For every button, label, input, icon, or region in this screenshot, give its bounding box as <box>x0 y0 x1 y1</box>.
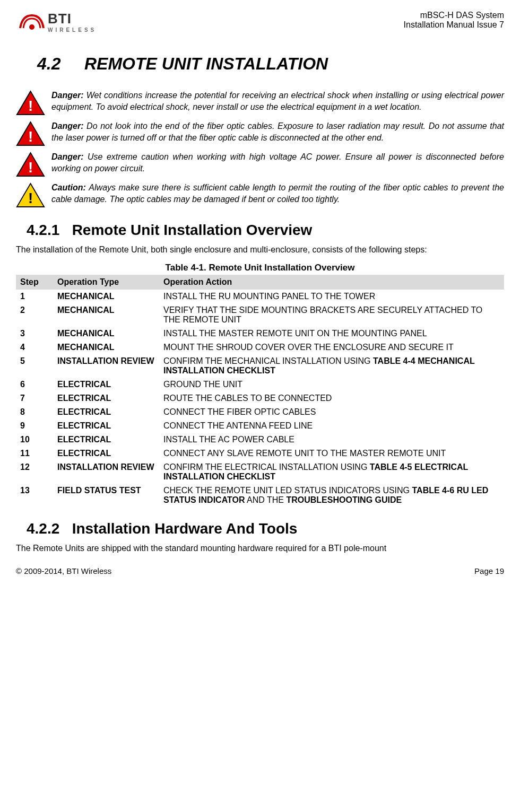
table-cell-action-part: CHECK THE REMOTE UNIT LED STATUS INDICAT… <box>163 486 412 495</box>
warning-row: ! Danger: Do not look into the end of th… <box>16 120 504 147</box>
svg-text:!: ! <box>28 98 33 114</box>
subsection-title-text: Installation Hardware And Tools <box>72 520 298 537</box>
warning-text: Caution: Always make sure there is suffi… <box>51 182 504 205</box>
warnings-list: ! Danger: Wet conditions increase the po… <box>16 90 504 208</box>
table-row: 12INSTALLATION REVIEWCONFIRM THE ELECTRI… <box>16 460 504 484</box>
table-cell-step: 6 <box>16 378 53 391</box>
table-cell-step: 3 <box>16 327 53 340</box>
table-cell-action-part: CONFIRM THE MECHANICAL INSTALLATION USIN… <box>163 356 373 365</box>
table-cell-type: MECHANICAL <box>53 340 159 354</box>
table-row: 7ELECTRICALROUTE THE CABLES TO BE CONNEC… <box>16 391 504 405</box>
table-cell-step: 1 <box>16 290 53 303</box>
warning-label: Caution: <box>51 183 89 192</box>
warning-label: Danger: <box>51 91 86 100</box>
page-footer: © 2009-2014, BTI Wireless Page 19 <box>16 566 504 575</box>
table-cell-step: 12 <box>16 460 53 484</box>
table-cell-type: INSTALLATION REVIEW <box>53 354 159 378</box>
table-cell-type: ELECTRICAL <box>53 419 159 433</box>
table-cell-type: MECHANICAL <box>53 327 159 340</box>
table-cell-step: 9 <box>16 419 53 433</box>
installation-overview-table: Step Operation Type Operation Action 1ME… <box>16 275 504 507</box>
table-cell-type: ELECTRICAL <box>53 391 159 405</box>
table-cell-step: 13 <box>16 484 53 507</box>
warning-text: Danger: Use extreme caution when working… <box>51 151 504 174</box>
table-cell-action: INSTALL THE RU MOUNTING PANEL TO THE TOW… <box>159 290 504 303</box>
caution-icon: ! <box>16 182 45 208</box>
table-cell-action-part: GROUND THE UNIT <box>163 380 242 389</box>
subsection-title: 4.2.2 Installation Hardware And Tools <box>27 520 504 537</box>
table-header-row: Step Operation Type Operation Action <box>16 275 504 290</box>
table-cell-step: 4 <box>16 340 53 354</box>
table-cell-type: ELECTRICAL <box>53 378 159 391</box>
table-cell-action: ROUTE THE CABLES TO BE CONNECTED <box>159 391 504 405</box>
header-line-2: Installation Manual Issue 7 <box>404 20 504 30</box>
table-cell-type: MECHANICAL <box>53 290 159 303</box>
warning-row: ! Danger: Wet conditions increase the po… <box>16 90 504 116</box>
subsection-intro: The Remote Units are shipped with the st… <box>16 544 504 553</box>
table-cell-action-part: ROUTE THE CABLES TO BE CONNECTED <box>163 394 332 403</box>
table-cell-action: CONFIRM THE MECHANICAL INSTALLATION USIN… <box>159 354 504 378</box>
danger-icon: ! <box>16 90 45 116</box>
table-cell-step: 7 <box>16 391 53 405</box>
table-cell-type: ELECTRICAL <box>53 405 159 419</box>
danger-icon: ! <box>16 120 45 147</box>
table-cell-type: INSTALLATION REVIEW <box>53 460 159 484</box>
warning-row: ! Danger: Use extreme caution when worki… <box>16 151 504 178</box>
table-cell-action: VERIFY THAT THE SIDE MOUNTING BRACKETS A… <box>159 303 504 327</box>
table-cell-action-part: CONNECT THE FIBER OPTIC CABLES <box>163 407 316 416</box>
table-row: 4MECHANICALMOUNT THE SHROUD COVER OVER T… <box>16 340 504 354</box>
warning-body: Wet conditions increase the potential fo… <box>51 91 504 111</box>
table-cell-action-part: INSTALL THE MASTER REMOTE UNIT ON THE MO… <box>163 329 427 338</box>
table-caption: Table 4-1. Remote Unit Installation Over… <box>16 263 504 273</box>
table-cell-step: 10 <box>16 433 53 447</box>
header-line-1: mBSC-H DAS System <box>404 11 504 20</box>
subsection-title: 4.2.1 Remote Unit Installation Overview <box>27 222 504 239</box>
table-cell-action: INSTALL THE AC POWER CABLE <box>159 433 504 447</box>
table-row: 13FIELD STATUS TESTCHECK THE REMOTE UNIT… <box>16 484 504 507</box>
table-header-action: Operation Action <box>159 275 504 290</box>
footer-copyright: © 2009-2014, BTI Wireless <box>16 566 111 575</box>
table-row: 6ELECTRICALGROUND THE UNIT <box>16 378 504 391</box>
table-header-step: Step <box>16 275 53 290</box>
svg-text:!: ! <box>28 159 33 176</box>
table-cell-action-part: CONNECT ANY SLAVE REMOTE UNIT TO THE MAS… <box>163 449 446 458</box>
table-cell-step: 2 <box>16 303 53 327</box>
table-row: 10ELECTRICALINSTALL THE AC POWER CABLE <box>16 433 504 447</box>
svg-text:!: ! <box>28 128 33 145</box>
header-document-title: mBSC-H DAS System Installation Manual Is… <box>404 11 504 30</box>
table-cell-action-part: TROUBLESHOOTING GUIDE <box>286 495 402 504</box>
table-row: 3MECHANICALINSTALL THE MASTER REMOTE UNI… <box>16 327 504 340</box>
logo: BTI WIRELESS <box>16 11 97 33</box>
logo-sub-text: WIRELESS <box>48 27 97 33</box>
warning-body: Always make sure there is sufficient cab… <box>51 183 504 204</box>
table-cell-action-part: MOUNT THE SHROUD COVER OVER THE ENCLOSUR… <box>163 343 454 352</box>
table-cell-type: ELECTRICAL <box>53 433 159 447</box>
table-cell-action: CONNECT THE ANTENNA FEED LINE <box>159 419 504 433</box>
table-cell-action-part: AND THE <box>245 495 286 504</box>
table-cell-action: CONFIRM THE ELECTRICAL INSTALLATION USIN… <box>159 460 504 484</box>
page-header: BTI WIRELESS mBSC-H DAS System Installat… <box>16 11 504 33</box>
table-cell-action-part: CONFIRM THE ELECTRICAL INSTALLATION USIN… <box>163 462 370 472</box>
warning-body: Do not look into the end of the fiber op… <box>51 121 504 142</box>
subsection-number: 4.2.1 <box>27 222 59 238</box>
warning-body: Use extreme caution when working with hi… <box>51 152 504 173</box>
table-row: 1MECHANICALINSTALL THE RU MOUNTING PANEL… <box>16 290 504 303</box>
table-cell-step: 5 <box>16 354 53 378</box>
section-title: 4.2 REMOTE UNIT INSTALLATION <box>37 54 504 74</box>
table-cell-action-part: CONNECT THE ANTENNA FEED LINE <box>163 421 313 430</box>
warning-label: Danger: <box>51 121 86 130</box>
logo-icon <box>16 11 48 32</box>
warning-label: Danger: <box>51 152 88 161</box>
svg-text:!: ! <box>28 190 33 206</box>
table-cell-action: MOUNT THE SHROUD COVER OVER THE ENCLOSUR… <box>159 340 504 354</box>
table-row: 9ELECTRICALCONNECT THE ANTENNA FEED LINE <box>16 419 504 433</box>
warning-text: Danger: Wet conditions increase the pote… <box>51 90 504 112</box>
table-cell-step: 11 <box>16 447 53 460</box>
table-cell-type: ELECTRICAL <box>53 447 159 460</box>
table-cell-action: CONNECT ANY SLAVE REMOTE UNIT TO THE MAS… <box>159 447 504 460</box>
table-cell-action: CONNECT THE FIBER OPTIC CABLES <box>159 405 504 419</box>
subsection-title-text: Remote Unit Installation Overview <box>72 222 313 238</box>
table-cell-type: MECHANICAL <box>53 303 159 327</box>
warning-row: ! Caution: Always make sure there is suf… <box>16 182 504 208</box>
subsection-intro: The installation of the Remote Unit, bot… <box>16 245 504 255</box>
